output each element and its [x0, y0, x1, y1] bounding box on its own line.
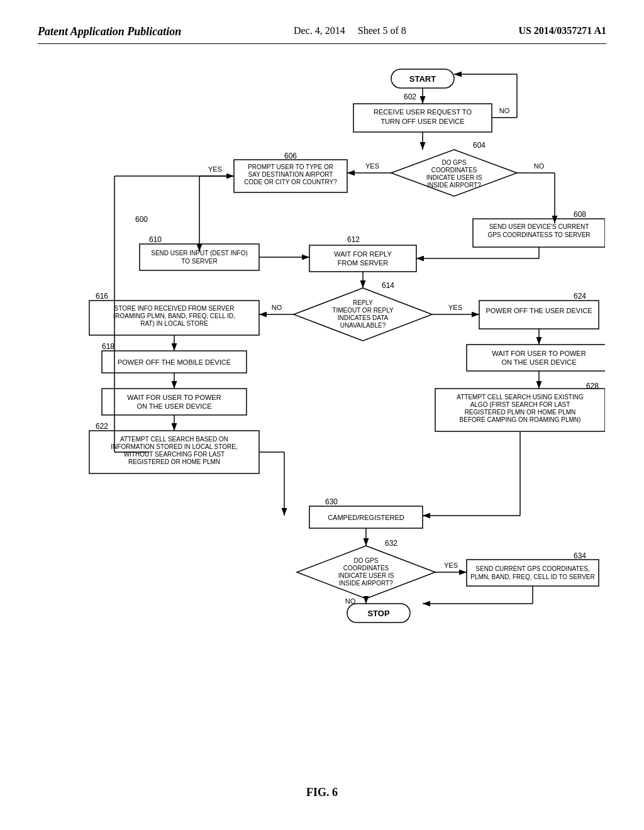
header-center: Dec. 4, 2014 Sheet 5 of 8: [294, 25, 406, 36]
svg-text:COORDINATES: COORDINATES: [431, 167, 477, 174]
svg-text:NO: NO: [499, 107, 510, 114]
svg-text:ATTEMPT CELL SEARCH USING EXIS: ATTEMPT CELL SEARCH USING EXISTING: [457, 394, 584, 401]
header: Patent Application Publication Dec. 4, 2…: [38, 25, 606, 44]
svg-text:PLMN, BAND, FREQ, CELL ID TO S: PLMN, BAND, FREQ, CELL ID TO SERVER: [470, 573, 594, 580]
svg-text:GPS COORDINATESS TO SERVER: GPS COORDINATESS TO SERVER: [487, 231, 590, 238]
header-sheet: Sheet 5 of 8: [358, 25, 406, 36]
svg-text:STORE INFO RECEIVED FROM SERVE: STORE INFO RECEIVED FROM SERVER: [114, 305, 235, 312]
diagram-container: START RECEIVE USER REQUEST TO TURN OFF U…: [39, 57, 605, 780]
figure-label: FIG. 6: [38, 786, 606, 799]
svg-text:602: 602: [404, 92, 416, 101]
svg-rect-108: [467, 560, 599, 586]
svg-text:START: START: [409, 74, 436, 84]
svg-text:POWER OFF THE USER DEVICE: POWER OFF THE USER DEVICE: [486, 307, 592, 314]
svg-rect-63: [479, 301, 599, 329]
svg-text:628: 628: [586, 382, 599, 390]
svg-text:YES: YES: [448, 304, 462, 311]
svg-text:SEND USER INPUT (DEST INFO): SEND USER INPUT (DEST INFO): [151, 250, 248, 257]
svg-text:ATTEMPT CELL SEARCH BASED ON: ATTEMPT CELL SEARCH BASED ON: [120, 436, 228, 443]
svg-text:WAIT FOR REPLY: WAIT FOR REPLY: [334, 250, 392, 258]
svg-text:618: 618: [102, 342, 114, 351]
svg-text:BEFORE CAMPING ON ROAMING PLMN: BEFORE CAMPING ON ROAMING PLMN): [460, 416, 581, 423]
svg-text:TIMEOUT OR REPLY: TIMEOUT OR REPLY: [332, 307, 394, 314]
svg-text:ALGO (FIRST SEARCH FOR LAST: ALGO (FIRST SEARCH FOR LAST: [470, 401, 570, 408]
svg-rect-71: [102, 389, 247, 415]
svg-text:610: 610: [149, 235, 162, 244]
svg-text:FROM SERVER: FROM SERVER: [338, 259, 389, 267]
header-right: US 2014/0357271 A1: [518, 25, 606, 36]
svg-text:630: 630: [325, 497, 338, 506]
svg-text:UNAVAILABLE?: UNAVAILABLE?: [340, 322, 386, 329]
svg-text:NO: NO: [272, 304, 282, 311]
svg-text:SEND USER DEVICE'S CURRENT: SEND USER DEVICE'S CURRENT: [489, 223, 589, 230]
svg-text:612: 612: [347, 235, 360, 244]
svg-text:ON  THE USER DEVICE: ON THE USER DEVICE: [502, 358, 577, 366]
svg-text:604: 604: [473, 141, 486, 150]
svg-text:YES: YES: [365, 162, 379, 170]
svg-text:REGISTERED OR HOME PLMN: REGISTERED OR HOME PLMN: [128, 458, 220, 465]
svg-text:634: 634: [574, 551, 586, 560]
svg-text:COORDINATES: COORDINATES: [343, 565, 389, 572]
svg-text:POWER OFF THE MOBILE DEVICE: POWER OFF THE MOBILE DEVICE: [118, 358, 231, 366]
svg-text:INDICATE USER IS: INDICATE USER IS: [426, 174, 482, 181]
svg-text:STOP: STOP: [367, 609, 389, 618]
svg-text:622: 622: [96, 422, 108, 431]
svg-text:CODE OR CITY OR COUNTRY?: CODE OR CITY OR COUNTRY?: [244, 179, 337, 185]
svg-text:RAT) IN LOCAL STORE: RAT) IN LOCAL STORE: [140, 320, 208, 327]
svg-text:DO GPS: DO GPS: [442, 159, 467, 166]
svg-text:YES: YES: [444, 562, 458, 569]
svg-text:CAMPED/REGISTERED: CAMPED/REGISTERED: [328, 514, 404, 521]
svg-text:YES: YES: [208, 165, 222, 173]
svg-text:SAY DESTINATION AIRPORT: SAY DESTINATION AIRPORT: [248, 171, 333, 178]
svg-text:ON  THE USER DEVICE: ON THE USER DEVICE: [137, 402, 212, 410]
svg-text:624: 624: [574, 292, 586, 301]
svg-text:SEND CURRENT GPS COORDINATES,: SEND CURRENT GPS COORDINATES,: [475, 565, 589, 572]
svg-text:WAIT FOR USER TO POWER: WAIT FOR USER TO POWER: [127, 394, 221, 401]
svg-text:INSIDE AIRPORT?: INSIDE AIRPORT?: [427, 182, 481, 189]
svg-text:TURN OFF USER DEVICE: TURN OFF USER DEVICE: [380, 118, 464, 125]
svg-text:606: 606: [284, 152, 297, 160]
flowchart-svg: START RECEIVE USER REQUEST TO TURN OFF U…: [39, 57, 605, 780]
svg-text:INFORMATION STORED IN LOCAL ST: INFORMATION STORED IN LOCAL STORE,: [111, 443, 237, 450]
svg-text:INDICATE USER IS: INDICATE USER IS: [338, 572, 394, 579]
svg-text:DO GPS: DO GPS: [354, 557, 379, 564]
svg-text:REPLY: REPLY: [353, 299, 373, 306]
svg-text:REGISTERED PLMN OR HOME PLMN: REGISTERED PLMN OR HOME PLMN: [465, 409, 576, 416]
svg-rect-41: [309, 245, 416, 272]
svg-rect-84: [467, 345, 605, 371]
svg-text:614: 614: [382, 281, 394, 290]
svg-text:600: 600: [135, 215, 148, 224]
svg-text:RECEIVE USER REQUEST TO: RECEIVE USER REQUEST TO: [374, 108, 472, 116]
svg-text:INSIDE AIRPORT?: INSIDE AIRPORT?: [339, 580, 393, 587]
header-date: Dec. 4, 2014: [294, 25, 345, 36]
svg-text:INDICATES DATA: INDICATES DATA: [338, 314, 389, 321]
header-left: Patent Application Publication: [38, 25, 181, 38]
svg-text:WAIT FOR USER TO POWER: WAIT FOR USER TO POWER: [492, 350, 586, 357]
svg-text:TO SERVER: TO SERVER: [181, 258, 217, 265]
svg-text:(ROAMING PLMN, BAND, FREQ, CEL: (ROAMING PLMN, BAND, FREQ, CELL ID,: [113, 313, 235, 319]
svg-text:PROMPT USER TO TYPE OR: PROMPT USER TO TYPE OR: [248, 163, 333, 170]
svg-text:608: 608: [574, 210, 586, 219]
svg-text:616: 616: [96, 292, 108, 301]
svg-text:NO: NO: [534, 162, 545, 170]
svg-text:632: 632: [385, 539, 397, 548]
page: Patent Application Publication Dec. 4, 2…: [0, 0, 644, 830]
